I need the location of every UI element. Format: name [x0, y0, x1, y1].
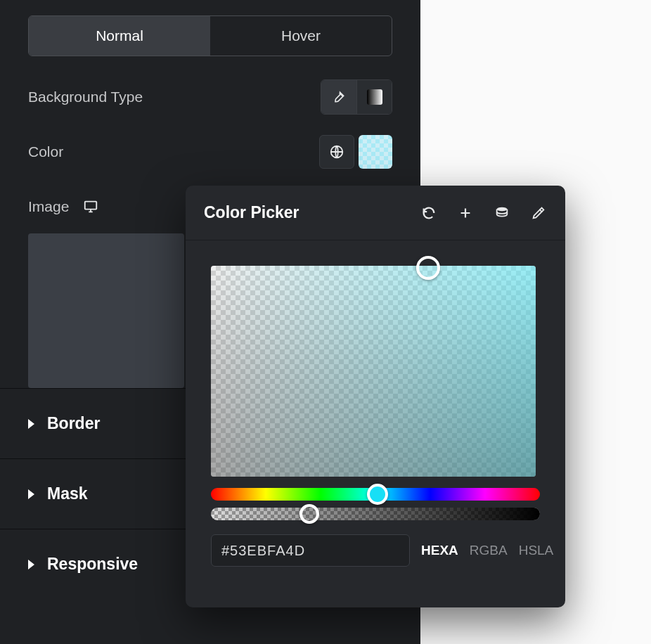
caret-right-icon	[28, 560, 34, 569]
gradient-icon	[367, 89, 382, 105]
background-type-options	[321, 79, 392, 115]
image-well[interactable]	[28, 233, 184, 388]
tab-normal-label: Normal	[96, 27, 143, 44]
color-value-input[interactable]	[211, 534, 410, 567]
color-value-row: HEXA RGBA HSLA	[211, 534, 540, 567]
satval-shade-layer	[211, 266, 536, 477]
stack-icon	[494, 205, 510, 221]
desktop-icon[interactable]	[82, 199, 100, 214]
tab-hover[interactable]: Hover	[210, 16, 392, 56]
satval-handle[interactable]	[416, 256, 440, 280]
format-rgba[interactable]: RGBA	[470, 543, 508, 558]
color-swatch-button[interactable]	[359, 135, 392, 169]
section-border-label: Border	[47, 414, 100, 433]
saturation-value-area[interactable]	[211, 266, 536, 477]
eyedropper-button[interactable]	[530, 205, 547, 221]
section-responsive-label: Responsive	[47, 555, 138, 574]
caret-right-icon	[28, 419, 34, 429]
hue-slider[interactable]	[211, 488, 540, 501]
add-button[interactable]	[457, 205, 474, 221]
globe-icon	[329, 144, 344, 160]
format-hexa[interactable]: HEXA	[421, 543, 458, 558]
bg-type-gradient-button[interactable]	[356, 80, 392, 114]
undo-icon	[421, 205, 437, 221]
background-type-row: Background Type	[0, 77, 420, 117]
color-picker-header: Color Picker	[186, 186, 565, 240]
section-mask-label: Mask	[47, 484, 88, 503]
plus-icon	[458, 205, 473, 221]
brush-icon	[332, 90, 346, 104]
state-tabs: Normal Hover	[28, 15, 392, 56]
svg-point-2	[497, 207, 508, 211]
color-label: Color	[28, 143, 63, 160]
caret-right-icon	[28, 489, 34, 499]
alpha-handle[interactable]	[299, 504, 319, 524]
bg-type-classic-button[interactable]	[321, 80, 356, 114]
color-picker-tools	[420, 205, 547, 221]
color-picker-popover: Color Picker HEXA RGBA	[186, 186, 565, 607]
image-label: Image	[28, 198, 69, 215]
reset-button[interactable]	[420, 205, 437, 221]
svg-rect-1	[85, 202, 97, 210]
format-hsla[interactable]: HSLA	[519, 543, 554, 558]
color-row: Color	[0, 132, 420, 172]
alpha-slider[interactable]	[211, 508, 540, 520]
eyedropper-icon	[531, 205, 546, 221]
tab-hover-label: Hover	[281, 27, 321, 44]
alpha-fade-layer	[211, 508, 540, 520]
global-color-button[interactable]	[319, 135, 354, 169]
tab-normal[interactable]: Normal	[29, 16, 210, 56]
hue-handle[interactable]	[367, 484, 388, 505]
color-picker-title: Color Picker	[204, 203, 299, 222]
library-button[interactable]	[494, 205, 510, 221]
background-type-label: Background Type	[28, 89, 143, 105]
